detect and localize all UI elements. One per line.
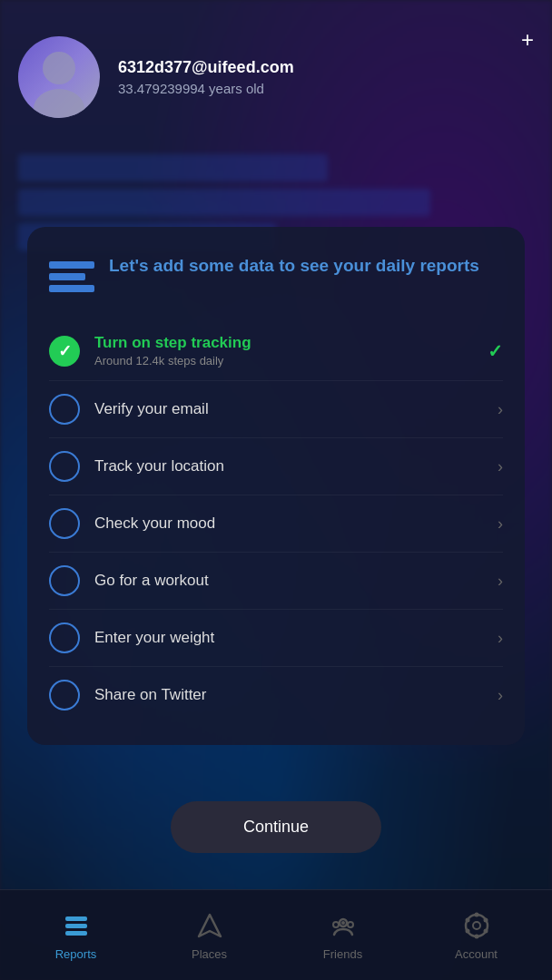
task-label-weight: Enter your weight [94, 629, 483, 647]
task-label-verify-email: Verify your email [94, 400, 483, 418]
stack-icon [49, 254, 94, 299]
task-label-check-mood: Check your mood [94, 514, 483, 533]
user-email: 6312d377@uifeed.com [118, 58, 534, 77]
task-content-weight: Enter your weight [94, 629, 483, 647]
avatar-image [18, 36, 100, 118]
checkbox-weight [49, 622, 80, 653]
add-button[interactable]: + [521, 27, 534, 53]
friends-icon [327, 909, 360, 942]
arrow-weight: › [498, 629, 503, 648]
card-header: Let's add some data to see your daily re… [49, 254, 503, 299]
task-item-check-mood[interactable]: Check your mood › [49, 495, 503, 552]
svg-point-14 [465, 918, 469, 923]
user-info: 6312d377@uifeed.com 33.479239994 years o… [118, 58, 534, 96]
arrow-check-mood: › [498, 514, 503, 534]
arrow-verify-email: › [498, 400, 503, 419]
svg-point-16 [474, 913, 478, 917]
task-item-track-location[interactable]: Track your location › [49, 437, 503, 495]
stack-bar-2 [49, 273, 85, 280]
user-age: 33.479239994 years old [118, 81, 534, 96]
stack-bar-1 [49, 261, 94, 269]
task-label-workout: Go for a workout [94, 572, 483, 590]
checkbox-track-location [49, 451, 80, 482]
nav-item-places[interactable]: Places [143, 900, 276, 970]
task-content-workout: Go for a workout [94, 572, 483, 590]
checkbox-step-tracking: ✓ [49, 336, 80, 367]
svg-point-15 [465, 929, 469, 934]
svg-point-13 [483, 929, 488, 934]
nav-label-places: Places [192, 947, 227, 961]
task-label-track-location: Track your location [94, 457, 483, 475]
header: 6312d377@uifeed.com 33.479239994 years o… [0, 0, 552, 136]
checkbox-twitter [49, 680, 80, 710]
task-item-verify-email[interactable]: Verify your email › [49, 380, 503, 437]
svg-point-8 [348, 922, 353, 927]
arrow-workout: › [498, 572, 503, 591]
svg-point-17 [474, 935, 478, 939]
task-item-weight[interactable]: Enter your weight › [49, 609, 503, 666]
task-item-twitter[interactable]: Share on Twitter › [49, 666, 503, 723]
svg-point-1 [34, 89, 84, 118]
nav-item-friends[interactable]: Friends [276, 900, 409, 970]
nav-item-account[interactable]: Account [409, 900, 543, 970]
arrow-track-location: › [498, 457, 503, 476]
avatar [18, 36, 100, 118]
task-content-twitter: Share on Twitter [94, 686, 483, 704]
bottom-nav: Reports Places Friends [0, 889, 552, 980]
task-list: ✓ Turn on step tracking Around 12.4k ste… [49, 321, 503, 723]
account-icon [460, 909, 493, 942]
task-label-step-tracking: Turn on step tracking [94, 334, 473, 352]
task-content-step-tracking: Turn on step tracking Around 12.4k steps… [94, 334, 473, 368]
svg-rect-2 [65, 916, 87, 921]
arrow-twitter: › [498, 686, 503, 705]
checkmark-step-tracking: ✓ [58, 341, 72, 361]
svg-point-10 [466, 915, 488, 936]
task-content-check-mood: Check your mood [94, 514, 483, 533]
svg-marker-5 [199, 915, 221, 936]
checkbox-workout [49, 565, 80, 596]
card-title: Let's add some data to see your daily re… [109, 254, 479, 279]
svg-point-7 [333, 922, 339, 927]
task-item-step-tracking[interactable]: ✓ Turn on step tracking Around 12.4k ste… [49, 321, 503, 380]
svg-rect-3 [65, 924, 87, 928]
task-label-twitter: Share on Twitter [94, 686, 483, 704]
task-content-verify-email: Verify your email [94, 400, 483, 418]
nav-label-reports: Reports [55, 947, 97, 961]
stack-bar-3 [49, 285, 94, 292]
nav-label-friends: Friends [323, 947, 362, 961]
checkbox-verify-email [49, 394, 80, 425]
task-sublabel-step-tracking: Around 12.4k steps daily [94, 354, 473, 368]
svg-point-12 [483, 918, 488, 923]
places-icon [193, 909, 226, 942]
checkbox-check-mood [49, 508, 80, 539]
reports-icon [60, 909, 93, 942]
nav-item-reports[interactable]: Reports [9, 900, 143, 970]
right-check-step-tracking: ✓ [488, 340, 503, 362]
continue-button[interactable]: Continue [171, 801, 381, 853]
svg-point-9 [341, 921, 345, 925]
svg-point-11 [473, 922, 480, 929]
main-card: Let's add some data to see your daily re… [27, 227, 525, 745]
svg-rect-4 [65, 931, 87, 936]
task-content-track-location: Track your location [94, 457, 483, 475]
svg-point-0 [43, 52, 75, 84]
nav-label-account: Account [455, 947, 498, 961]
task-item-workout[interactable]: Go for a workout › [49, 552, 503, 609]
